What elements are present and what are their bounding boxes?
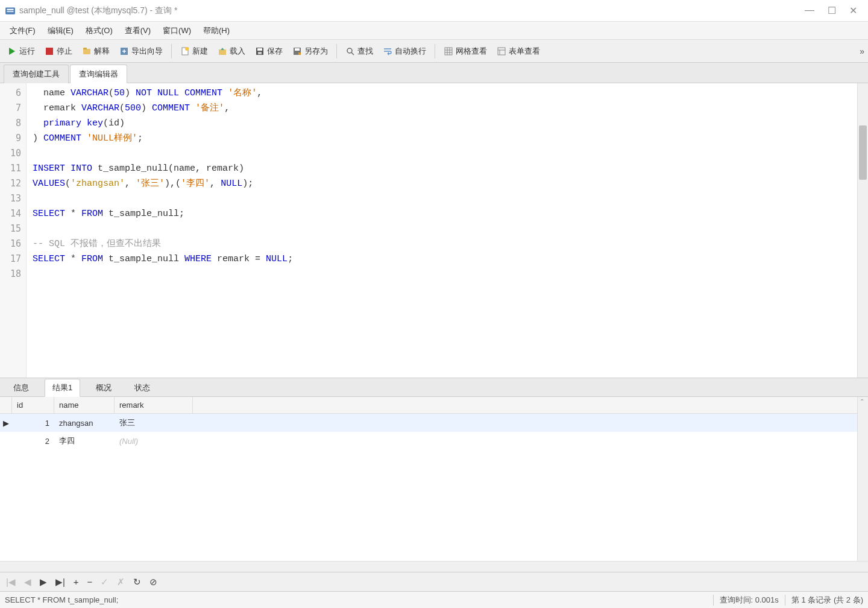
svg-rect-13 bbox=[257, 48, 262, 51]
sql-editor[interactable]: 6789101112131415161718 name VARCHAR(50) … bbox=[0, 83, 868, 378]
nav-last[interactable]: ▶| bbox=[55, 577, 65, 587]
close-button[interactable]: ✕ bbox=[849, 5, 857, 16]
table-row[interactable]: 2李四(Null) bbox=[0, 432, 857, 450]
load-button[interactable]: 载入 bbox=[214, 44, 249, 59]
result-tab-result1[interactable]: 结果1 bbox=[45, 379, 80, 397]
run-button[interactable]: 运行 bbox=[4, 44, 39, 59]
saveas-label: 另存为 bbox=[304, 46, 328, 57]
line-number: 12 bbox=[0, 176, 21, 191]
menu-edit[interactable]: 编辑(E) bbox=[42, 23, 80, 39]
svg-rect-19 bbox=[445, 48, 452, 55]
explain-button[interactable]: 解释 bbox=[78, 44, 113, 59]
grid-scrollbar-vertical[interactable] bbox=[857, 397, 868, 561]
grid-scrollbar-horizontal[interactable] bbox=[0, 561, 868, 572]
status-time-label: 查询时间: bbox=[720, 595, 753, 606]
menu-view[interactable]: 查看(V) bbox=[119, 23, 157, 39]
code-line[interactable]: -- SQL 不报错，但查不出结果 bbox=[33, 236, 851, 252]
svg-rect-4 bbox=[46, 48, 53, 55]
nav-prev[interactable]: ◀ bbox=[24, 577, 31, 587]
saveas-icon bbox=[292, 46, 302, 56]
nav-next[interactable]: ▶ bbox=[40, 577, 47, 587]
cell-id[interactable]: 2 bbox=[12, 434, 54, 448]
code-line[interactable] bbox=[33, 267, 851, 282]
find-button[interactable]: 查找 bbox=[342, 44, 377, 59]
record-nav-toolbar: |◀ ◀ ▶ ▶| + − ✓ ✗ ↻ ⊘ bbox=[0, 572, 868, 591]
saveas-button[interactable]: 另存为 bbox=[289, 44, 332, 59]
grid-icon bbox=[444, 46, 453, 56]
menu-format[interactable]: 格式(O) bbox=[80, 23, 119, 39]
cell-name[interactable]: zhangsan bbox=[54, 416, 115, 430]
cell-id[interactable]: 1 bbox=[12, 416, 54, 430]
code-line[interactable] bbox=[33, 221, 851, 236]
line-number: 8 bbox=[0, 116, 21, 131]
tab-query-editor[interactable]: 查询编辑器 bbox=[70, 65, 127, 83]
svg-rect-5 bbox=[83, 49, 90, 54]
result-tab-info[interactable]: 信息 bbox=[6, 379, 36, 396]
code-line[interactable]: SELECT * FROM t_sample_null WHERE remark… bbox=[33, 252, 851, 267]
form-icon bbox=[497, 46, 506, 56]
nav-delete[interactable]: − bbox=[87, 577, 93, 587]
maximize-button[interactable]: ☐ bbox=[828, 5, 836, 16]
line-number: 11 bbox=[0, 161, 21, 176]
svg-line-18 bbox=[351, 52, 354, 55]
gridview-button[interactable]: 网格查看 bbox=[440, 44, 491, 59]
line-number: 15 bbox=[0, 221, 21, 236]
menu-window[interactable]: 窗口(W) bbox=[157, 23, 197, 39]
column-header-id[interactable]: id bbox=[12, 397, 54, 413]
wrap-button[interactable]: 自动换行 bbox=[379, 44, 430, 59]
column-header-name[interactable]: name bbox=[54, 397, 115, 413]
column-header-remark[interactable]: remark bbox=[115, 397, 193, 413]
status-record: 第 1 条记录 (共 2 条) bbox=[791, 595, 863, 606]
export-button[interactable]: 导出向导 bbox=[116, 44, 166, 59]
export-label: 导出向导 bbox=[131, 46, 163, 57]
code-line[interactable]: primary key(id) bbox=[33, 116, 851, 131]
cell-remark[interactable]: (Null) bbox=[115, 434, 193, 448]
code-line[interactable]: VALUES('zhangsan', '张三'),('李四', NULL); bbox=[33, 176, 851, 191]
nav-refresh[interactable]: ↻ bbox=[133, 577, 141, 587]
nav-cancel[interactable]: ✗ bbox=[117, 577, 125, 587]
table-row[interactable]: ▶1zhangsan张三 bbox=[0, 414, 857, 432]
line-number: 9 bbox=[0, 131, 21, 146]
tab-query-builder[interactable]: 查询创建工具 bbox=[4, 65, 69, 83]
code-line[interactable] bbox=[33, 191, 851, 206]
line-number: 18 bbox=[0, 267, 21, 282]
code-line[interactable]: INSERT INTO t_sample_null(name, remark) bbox=[33, 161, 851, 176]
nav-apply[interactable]: ✓ bbox=[101, 577, 108, 587]
result-tab-status[interactable]: 状态 bbox=[127, 379, 157, 396]
svg-point-9 bbox=[185, 47, 189, 51]
svg-rect-6 bbox=[83, 48, 87, 49]
code-line[interactable]: name VARCHAR(50) NOT NULL COMMENT '名称', bbox=[33, 86, 851, 101]
code-line[interactable]: SELECT * FROM t_sample_null; bbox=[33, 206, 851, 221]
formview-label: 表单查看 bbox=[509, 46, 540, 57]
new-button[interactable]: 新建 bbox=[177, 44, 212, 59]
stop-button[interactable]: 停止 bbox=[41, 44, 76, 59]
toolbar-overflow[interactable]: » bbox=[860, 46, 864, 56]
save-button[interactable]: 保存 bbox=[251, 44, 286, 59]
nav-add[interactable]: + bbox=[74, 577, 79, 587]
formview-button[interactable]: 表单查看 bbox=[493, 44, 544, 59]
editor-scrollbar[interactable] bbox=[857, 83, 868, 378]
code-line[interactable]: ) COMMENT 'NULL样例'; bbox=[33, 131, 851, 146]
results-grid[interactable]: id name remark ▶1zhangsan张三2李四(Null) bbox=[0, 397, 857, 561]
toolbar: 运行 停止 解释 导出向导 新建 载入 保存 另存为 查找 自动换行 网格查看 bbox=[0, 40, 868, 63]
nav-stop[interactable]: ⊘ bbox=[149, 577, 157, 587]
menu-help[interactable]: 帮助(H) bbox=[197, 23, 236, 39]
row-marker: ▶ bbox=[0, 419, 12, 428]
minimize-button[interactable]: — bbox=[805, 5, 814, 16]
result-tabs: 信息 结果1 概况 状态 bbox=[0, 378, 868, 397]
titlebar: sample_null @test (本地mysql5.7) - 查询 * — … bbox=[0, 0, 868, 22]
status-time: 0.001s bbox=[755, 595, 779, 604]
code-line[interactable] bbox=[33, 146, 851, 161]
cell-remark[interactable]: 张三 bbox=[115, 415, 193, 431]
nav-first[interactable]: |◀ bbox=[6, 577, 16, 587]
svg-rect-10 bbox=[219, 49, 226, 55]
find-label: 查找 bbox=[357, 46, 373, 57]
result-tab-profile[interactable]: 概况 bbox=[89, 379, 119, 396]
code-line[interactable]: remark VARCHAR(500) COMMENT '备注', bbox=[33, 101, 851, 116]
cell-name[interactable]: 李四 bbox=[54, 433, 115, 449]
line-number: 10 bbox=[0, 146, 21, 161]
code-area[interactable]: name VARCHAR(50) NOT NULL COMMENT '名称', … bbox=[27, 83, 857, 378]
wrap-label: 自动换行 bbox=[395, 46, 426, 57]
menu-file[interactable]: 文件(F) bbox=[4, 23, 42, 39]
svg-marker-11 bbox=[221, 48, 224, 50]
